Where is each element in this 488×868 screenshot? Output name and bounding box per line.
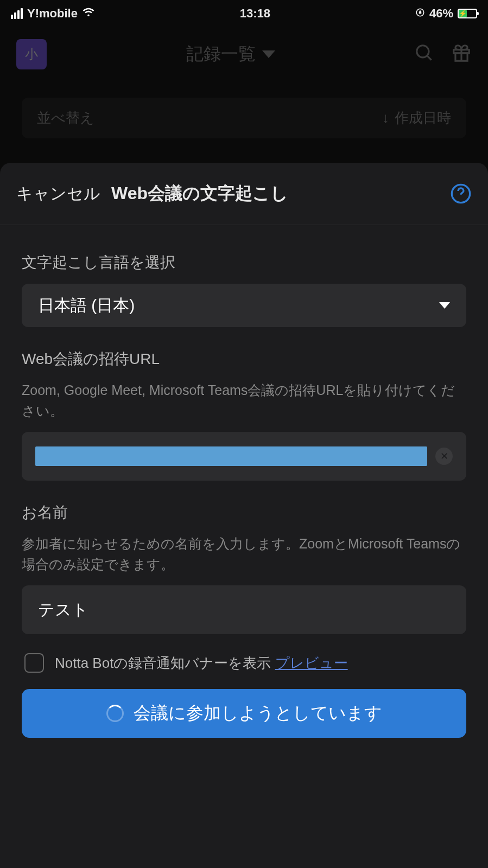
language-value: 日本語 (日本) <box>38 295 135 317</box>
cancel-button[interactable]: キャンセル <box>16 183 100 205</box>
sort-label: 並べ替え <box>37 108 94 127</box>
battery-percent: 46% <box>429 7 453 21</box>
battery-icon: ⚡ <box>458 9 477 18</box>
status-time: 13:18 <box>240 7 270 21</box>
header-title-text: 記録一覧 <box>186 42 256 66</box>
language-label: 文字起こし言語を選択 <box>22 252 466 273</box>
banner-checkbox-row: Notta Botの録音通知バナーを表示 プレビュー <box>22 653 466 673</box>
wifi-icon <box>82 5 95 22</box>
svg-line-2 <box>427 56 432 60</box>
url-selected-text <box>35 446 427 466</box>
url-label: Web会議の招待URL <box>22 349 466 369</box>
sort-bar[interactable]: 並べ替え ↓ 作成日時 <box>22 98 466 138</box>
avatar[interactable]: 小 <box>16 39 47 69</box>
name-label: お名前 <box>22 502 466 523</box>
header-title-dropdown[interactable]: 記録一覧 <box>186 42 275 66</box>
name-input[interactable]: テスト <box>22 585 466 634</box>
chevron-down-icon <box>262 50 275 58</box>
loading-spinner-icon <box>106 705 124 722</box>
svg-point-1 <box>417 46 429 58</box>
banner-label: Notta Botの録音通知バナーを表示 プレビュー <box>55 654 348 673</box>
transcription-modal: キャンセル Web会議の文字起こし 文字起こし言語を選択 日本語 (日本) We… <box>0 163 488 868</box>
status-bar: Y!mobile 13:18 46% ⚡ <box>0 0 488 27</box>
status-right: 46% ⚡ <box>415 7 477 21</box>
join-button-label: 会議に参加しようとしています <box>134 701 382 725</box>
orientation-lock-icon <box>415 7 425 21</box>
name-sublabel: 参加者に知らせるための名前を入力します。ZoomとMicrosoft Teams… <box>22 534 466 575</box>
language-select[interactable]: 日本語 (日本) <box>22 284 466 327</box>
signal-icon <box>11 8 23 19</box>
chevron-down-icon <box>439 302 450 309</box>
modal-title: Web会議の文字起こし <box>111 182 439 206</box>
modal-header: キャンセル Web会議の文字起こし <box>0 163 488 225</box>
name-value: テスト <box>38 599 88 621</box>
arrow-down-icon: ↓ <box>382 110 389 126</box>
avatar-text: 小 <box>25 46 38 63</box>
gift-icon[interactable] <box>451 43 472 66</box>
help-icon[interactable] <box>450 183 472 205</box>
carrier-name: Y!mobile <box>27 7 78 21</box>
url-sublabel: Zoom, Google Meet, Microsoft Teams会議の招待U… <box>22 380 466 421</box>
search-icon[interactable] <box>414 43 435 66</box>
clear-icon[interactable]: ✕ <box>435 448 453 465</box>
status-left: Y!mobile <box>11 5 95 22</box>
join-meeting-button[interactable]: 会議に参加しようとしています <box>22 689 466 738</box>
modal-body: 文字起こし言語を選択 日本語 (日本) Web会議の招待URL Zoom, Go… <box>0 225 488 754</box>
sort-value: 作成日時 <box>395 108 451 127</box>
preview-link[interactable]: プレビュー <box>275 655 348 671</box>
banner-checkbox[interactable] <box>24 653 44 673</box>
app-header: 小 記録一覧 <box>0 27 488 81</box>
url-input[interactable]: ✕ <box>22 432 466 481</box>
